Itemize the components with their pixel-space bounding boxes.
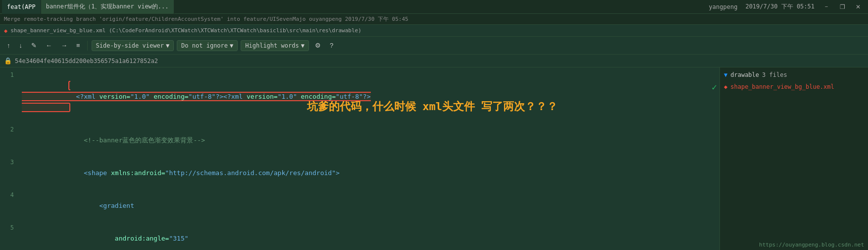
sidebar-folder-label: drawable: [730, 71, 759, 78]
tab-label-1: feat(APP: [7, 3, 36, 10]
file-icon: ◆: [4, 27, 7, 34]
tab-item-2[interactable]: banner组件化（1、实现banner view的...: [41, 0, 174, 14]
line-num-1: 1: [0, 69, 20, 80]
restore-button[interactable]: ❐: [834, 0, 850, 14]
line-num-5: 5: [0, 222, 20, 233]
merge-text: Merge remote-tracking branch 'origin/fea…: [4, 15, 408, 23]
code-line-2: 2 <!--banner蓝色的底色渐变效果背景-->: [0, 124, 719, 157]
ignore-dropdown[interactable]: Do not ignore ▼: [177, 40, 238, 51]
main-content: 1 <?xml version="1.0" encoding="utf-8"?>…: [0, 67, 868, 250]
highlight-chevron-icon: ▼: [301, 42, 305, 49]
tab-bar: feat(APP banner组件化（1、实现banner view的... y…: [0, 0, 868, 14]
sidebar-file-name: shape_banner_view_bg_blue.xml: [730, 83, 834, 90]
folder-triangle-icon: ▼: [724, 71, 727, 78]
code-line-4: 4 <gradient: [0, 189, 719, 222]
edit-button[interactable]: ✎: [28, 40, 40, 51]
file-xml-icon: ◆: [724, 83, 727, 90]
code-lines: 1 <?xml version="1.0" encoding="utf-8"?>…: [0, 67, 719, 250]
hash-text: 54e34604fe40615dd200eb356575a1a6127852a2: [15, 58, 158, 64]
line-content-2: <!--banner蓝色的底色渐变效果背景-->: [20, 124, 719, 157]
minimize-button[interactable]: －: [818, 0, 834, 14]
annotation-text: 坑爹的代码，什么时候 xml头文件 写了两次？？？: [307, 99, 558, 114]
forward-button[interactable]: →: [58, 40, 70, 51]
line-content-3: <shape xmlns:android="http://schemas.and…: [20, 157, 719, 189]
ignore-chevron-icon: ▼: [230, 42, 233, 49]
viewer-chevron-icon: ▼: [166, 42, 169, 49]
tab-time: 2019/7/30 下午 05:51: [741, 2, 818, 11]
tab-label-2: banner组件化（1、实现banner view的...: [46, 2, 169, 11]
settings-button[interactable]: ⚙: [312, 40, 324, 51]
filepath-text: shape_banner_view_bg_blue.xml (C:\CodeFo…: [10, 27, 361, 34]
sidebar-file-row[interactable]: ◆ shape_banner_view_bg_blue.xml: [724, 82, 864, 91]
bottom-link[interactable]: https://ouyangpeng.blog.csdn.net: [759, 242, 864, 248]
toolbar-sep-1: [87, 41, 88, 51]
code-editor[interactable]: 1 <?xml version="1.0" encoding="utf-8"?>…: [0, 67, 719, 250]
up-button[interactable]: ↑: [4, 40, 13, 51]
help-button[interactable]: ?: [327, 40, 336, 51]
lock-icon: 🔒: [4, 57, 12, 64]
sidebar-file-count: 3 files: [762, 71, 787, 78]
highlight-dropdown[interactable]: Highlight words ▼: [241, 40, 309, 51]
tab-item-1[interactable]: feat(APP: [2, 0, 41, 14]
diff-checkmark: ✓: [712, 82, 717, 92]
right-sidebar: ▼ drawable 3 files ◆ shape_banner_view_b…: [719, 67, 868, 250]
tab-user: yangpeng: [705, 3, 742, 10]
sidebar-header: ▼ drawable 3 files: [724, 71, 864, 78]
code-line-5: 5 android:angle="315": [0, 222, 719, 250]
merge-bar: Merge remote-tracking branch 'origin/fea…: [0, 14, 868, 25]
code-line-1: 1 <?xml version="1.0" encoding="utf-8"?>…: [0, 69, 719, 124]
line-num-3: 3: [0, 157, 20, 168]
line-num-2: 2: [0, 124, 20, 135]
menu-button[interactable]: ≡: [73, 40, 83, 51]
line-content-4: <gradient: [20, 189, 719, 222]
line-content-5: android:angle="315": [20, 222, 719, 250]
viewer-dropdown[interactable]: Side-by-side viewer ▼: [92, 40, 174, 51]
code-line-3: 3 <shape xmlns:android="http://schemas.a…: [0, 157, 719, 189]
line-num-4: 4: [0, 189, 20, 200]
line-content-1: <?xml version="1.0" encoding="utf-8"?><?…: [20, 69, 719, 124]
toolbar: ↑ ↓ ✎ ← → ≡ Side-by-side viewer ▼ Do not…: [0, 37, 868, 55]
hash-bar: 🔒 54e34604fe40615dd200eb356575a1a6127852…: [0, 55, 868, 67]
close-button[interactable]: ✕: [850, 0, 866, 14]
back-button[interactable]: ←: [43, 40, 55, 51]
down-button[interactable]: ↓: [16, 40, 26, 51]
filepath-bar: ◆ shape_banner_view_bg_blue.xml (C:\Code…: [0, 25, 868, 37]
